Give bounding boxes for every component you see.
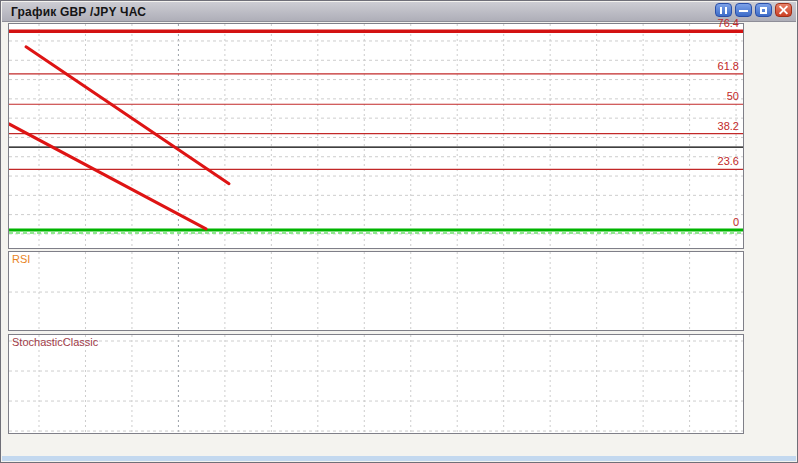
fib-level-label: 0: [733, 216, 739, 228]
trend-line: [9, 124, 206, 229]
main-plot: [9, 24, 743, 248]
time-axis[interactable]: [8, 434, 744, 458]
window-titlebar[interactable]: График GBP /JPY ЧАС: [2, 2, 796, 22]
fib-level-label: 61.8: [718, 60, 739, 72]
close-button[interactable]: [775, 3, 792, 17]
rsi-plot: [9, 252, 743, 330]
rsi-panel[interactable]: RSI: [8, 251, 744, 331]
pause-button[interactable]: [715, 3, 732, 17]
trend-line: [26, 47, 229, 184]
fib-level-label: 76.4: [718, 17, 739, 29]
chart-window: График GBP /JPY ЧАС 76.461.85038.223.60 …: [0, 0, 798, 463]
stochastic-panel[interactable]: StochasticClassic: [8, 334, 744, 434]
rsi-indicator-label: RSI: [12, 253, 30, 265]
minimize-icon: [739, 10, 748, 12]
price-chart-panel[interactable]: 76.461.85038.223.60: [8, 23, 744, 249]
price-axis[interactable]: [744, 23, 798, 435]
minimize-button[interactable]: [735, 3, 752, 17]
pause-icon: [720, 7, 722, 14]
window-bottom-edge: [2, 456, 796, 461]
fib-level-label: 23.6: [718, 155, 739, 167]
fib-level-label: 38.2: [718, 120, 739, 132]
maximize-button[interactable]: [755, 3, 772, 17]
stochastic-indicator-label: StochasticClassic: [12, 336, 98, 348]
maximize-icon: [760, 7, 767, 14]
stoch-plot: [9, 335, 743, 433]
fib-level-label: 50: [727, 90, 739, 102]
window-title: График GBP /JPY ЧАС: [2, 5, 146, 19]
window-buttons: [715, 3, 792, 17]
